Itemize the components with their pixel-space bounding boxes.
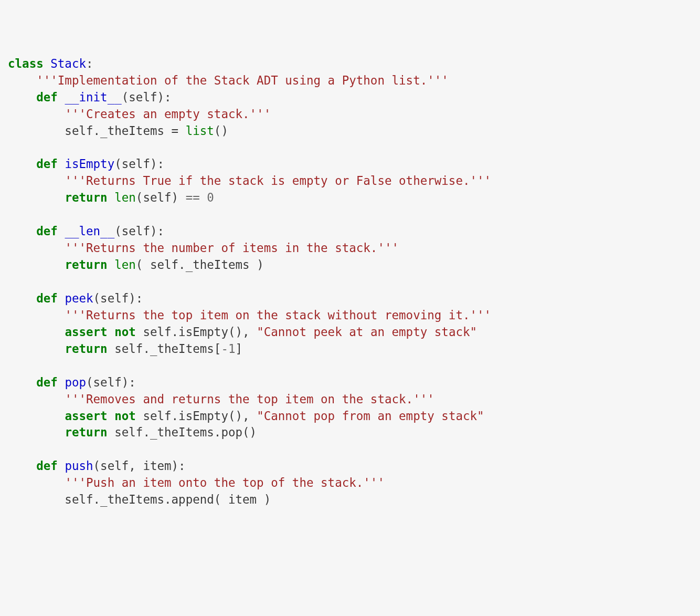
code-line: def push(self, item): [8,458,692,475]
code-line [8,206,692,223]
token-pun: ): [150,157,164,171]
token-bi: list [186,124,214,138]
token-pun: ( [136,258,143,272]
token-id [8,375,36,389]
token-pun: ( [136,191,143,204]
token-pun: ) [172,191,186,204]
token-kw: def [36,157,58,171]
token-id [8,107,65,121]
code-line [8,441,692,458]
token-fn: __init__ [65,90,121,104]
token-pun: ( [86,375,93,389]
token-id [108,191,115,204]
token-id [8,392,65,406]
token-id: self [143,191,171,204]
token-id [200,191,207,204]
token-pun: ( [93,459,101,473]
token-id [8,241,65,255]
token-pun: ): [150,224,164,238]
token-id [8,308,65,322]
token-str: '''Implementation of the Stack ADT using… [36,74,449,87]
token-pun: ( [122,90,129,104]
token-id: self._theItems [108,342,214,356]
token-pun: ) [264,493,271,506]
code-line: def isEmpty(self): [8,156,692,173]
token-kw: def [36,375,58,389]
code-line: def __len__(self): [8,223,692,240]
token-str: "Cannot pop from an empty stack" [257,409,484,423]
token-id: self.isEmpty [136,325,228,339]
token-pun: ): [122,375,136,389]
token-op: - [221,342,228,356]
token-bi: len [114,258,136,272]
token-id [8,325,65,339]
token-id [178,124,186,138]
token-fn: isEmpty [65,157,114,171]
token-id [8,258,65,272]
token-id [8,157,36,171]
code-line: '''Implementation of the Stack ADT using… [8,72,692,89]
token-kw: def [36,459,58,473]
code-line [8,358,692,374]
token-fn: __len__ [65,224,114,238]
token-id [8,459,36,473]
token-id [8,191,65,204]
token-id [8,291,36,305]
token-str: '''Creates an empty stack.''' [65,107,271,121]
code-line: return len(self) == 0 [8,190,692,206]
token-pun: , [129,459,143,473]
token-pun: ] [236,342,243,356]
token-pun: ( [114,224,122,238]
code-line: def pop(self): [8,374,692,391]
token-id: self._theItems [143,258,257,272]
token-str: '''Returns the top item on the stack wit… [65,308,491,322]
token-id [8,476,65,489]
token-id: self._theItems [8,124,172,138]
token-id [8,425,65,439]
code-line [8,274,692,290]
code-line: class Stack: [8,56,692,72]
token-fn: push [65,459,93,473]
token-id [108,409,115,423]
code-line: def peek(self): [8,290,692,307]
code-line: assert not self.isEmpty(), "Cannot peek … [8,324,692,341]
token-op: == [186,191,200,204]
code-line: return self._theItems[-1] [8,341,692,358]
token-num: 1 [228,342,236,356]
token-id: self._theItems.append [8,493,214,506]
code-block: class Stack: '''Implementation of the St… [8,56,692,508]
token-id [58,157,65,171]
token-cls: Stack [50,57,86,70]
token-fn: pop [65,375,86,389]
code-line: '''Returns the top item on the stack wit… [8,307,692,324]
token-id [8,409,65,423]
token-id [44,57,51,70]
code-line: '''Removes and returns the top item on t… [8,391,692,408]
token-id: self [93,375,122,389]
code-line: '''Returns the number of items in the st… [8,240,692,257]
token-pun: () [242,425,257,439]
token-id: self [100,459,129,473]
token-kw: return [65,425,107,439]
token-pun: () [214,124,228,138]
token-id [8,74,36,87]
token-str: '''Returns the number of items in the st… [65,241,399,255]
token-pun: ): [157,90,171,104]
token-pun: ( [93,291,101,305]
token-id [58,224,65,238]
token-pun: ( [214,493,221,506]
token-str: "Cannot peek at an empty stack" [257,325,477,339]
code-line: return len( self._theItems ) [8,257,692,274]
token-num: 0 [207,191,214,204]
code-line: assert not self.isEmpty(), "Cannot pop f… [8,408,692,425]
code-line: self._theItems = list() [8,123,692,140]
token-str: '''Returns True if the stack is empty or… [65,174,491,187]
token-id [8,174,65,187]
token-id: item [143,459,171,473]
token-id: self [122,224,150,238]
token-id: self.isEmpty [136,409,228,423]
token-id [58,291,65,305]
code-line [8,140,692,156]
token-pun: ) [257,258,264,272]
token-bi: len [114,191,136,204]
